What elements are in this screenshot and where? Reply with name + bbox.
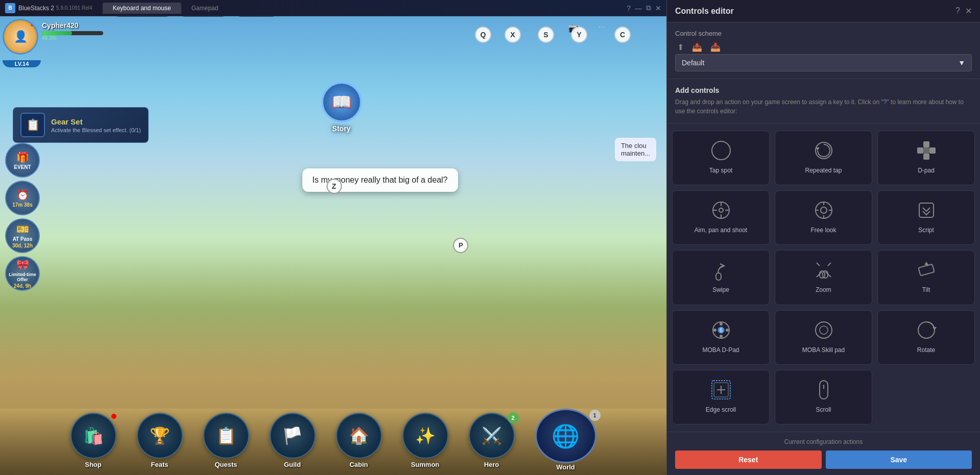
summon-icon: ✨ xyxy=(402,413,448,459)
gear-set-panel[interactable]: 📋 Gear Set Activate the Blessed set effe… xyxy=(13,107,149,143)
timer-icon: ⏰ xyxy=(16,189,29,201)
close-icon[interactable]: ✕ xyxy=(655,4,661,12)
player-avatar[interactable]: 👤 LV.14 xyxy=(3,19,41,67)
script-icon xyxy=(914,198,939,222)
avatar-notification-dot xyxy=(31,21,36,27)
dpad-icon xyxy=(914,138,939,163)
player-info: Cypher420 49.3% xyxy=(42,21,103,41)
control-rotate[interactable]: Rotate xyxy=(877,310,975,365)
moba-dpad-label: MOBA D-Pad xyxy=(702,346,739,355)
tab-gamepad[interactable]: Gamepad xyxy=(181,3,229,14)
edge-scroll-label: Edge scroll xyxy=(706,406,736,414)
panel-close-icon[interactable]: ✕ xyxy=(965,6,972,16)
health-bar-container xyxy=(42,31,103,35)
scheme-dropdown[interactable]: Default ▼ xyxy=(675,54,972,71)
bottom-buttons: Reset Save xyxy=(675,451,972,469)
atpass-timer: 30d, 12h xyxy=(12,243,33,248)
hero-label: Hero xyxy=(484,461,499,468)
cabin-label: Cabin xyxy=(349,461,368,468)
nav-cabin-button[interactable]: 🏠 Cabin xyxy=(326,411,392,472)
event-icon: 🎁 xyxy=(16,151,29,163)
control-repeated-tap[interactable]: Repeated tap xyxy=(775,131,872,185)
dpad-label: D-pad xyxy=(918,167,935,175)
timer-label: 17m 38s xyxy=(12,202,32,208)
nav-world-button[interactable]: 1 🌐 World xyxy=(525,409,607,475)
control-script[interactable]: Script xyxy=(877,190,975,245)
rotate-icon xyxy=(914,318,939,342)
story-label: Story xyxy=(332,124,351,133)
swipe-icon xyxy=(709,258,733,282)
nav-quests-button[interactable]: 📋 Quests xyxy=(193,411,259,472)
current-config-label: Current configuration actions xyxy=(675,438,972,445)
control-moba-skill-pad[interactable]: MOBA Skill pad xyxy=(775,310,872,365)
svg-rect-20 xyxy=(918,264,934,276)
control-dpad[interactable]: D-pad xyxy=(877,131,975,185)
control-moba-dpad[interactable]: 6 MOBA D-Pad xyxy=(672,310,770,365)
controls-grid: Tap spot Repeated tap xyxy=(667,123,980,432)
avatar-circle: 👤 xyxy=(3,19,38,55)
key-badge-c: C xyxy=(614,27,631,43)
offer-icon: 🎀 xyxy=(16,259,29,271)
svg-rect-36 xyxy=(820,381,828,399)
panel-help-icon[interactable]: ? xyxy=(955,6,960,16)
avatar-level: LV.14 xyxy=(3,60,41,67)
zoom-label: Zoom xyxy=(816,286,831,294)
key-badge-z: Z xyxy=(326,179,342,194)
nav-guild-button[interactable]: 🏳️ Guild xyxy=(259,411,326,472)
panel-header-icons: ? ✕ xyxy=(955,6,972,16)
story-icon[interactable]: 📖 Story xyxy=(321,82,362,133)
feats-label: Feats xyxy=(151,461,169,468)
control-scroll[interactable]: Scroll xyxy=(775,370,872,424)
app-name: BlueStacks 2 xyxy=(18,5,54,12)
control-free-look[interactable]: Free look xyxy=(775,190,872,245)
scroll-label: Scroll xyxy=(816,406,831,414)
bluestacks-logo: B xyxy=(5,3,15,13)
moba-skill-pad-label: MOBA Skill pad xyxy=(802,346,845,355)
nav-shop-button[interactable]: 🛍️ Shop xyxy=(60,411,127,472)
rotate-label: Rotate xyxy=(917,346,935,355)
save-button[interactable]: Save xyxy=(826,451,972,469)
game-area: B BlueStacks 2 5.9.0.1091 Rel4 Keyboard … xyxy=(0,0,666,475)
scheme-import-icon[interactable]: 📥 xyxy=(708,40,723,54)
add-controls-title: Add controls xyxy=(675,86,972,94)
sidebar-offer-button[interactable]: 🎀 Limited-time Offer 24d, 9h xyxy=(5,256,40,291)
tab-keyboard-mouse[interactable]: Keyboard and mouse xyxy=(103,3,181,14)
control-edge-scroll[interactable]: Edge scroll xyxy=(672,370,770,424)
scheme-upload-icon[interactable]: ⬆ xyxy=(675,40,686,54)
control-zoom[interactable]: Zoom xyxy=(775,250,872,305)
nav-hero-button[interactable]: 2 ⚔️ Hero xyxy=(459,411,525,472)
scheme-label: Control scheme xyxy=(675,30,972,37)
nav-feats-button[interactable]: 🏆 Feats xyxy=(127,411,193,472)
scheme-export-icon[interactable]: 📤 xyxy=(690,40,704,54)
control-swipe[interactable]: Swipe xyxy=(672,250,770,305)
svg-rect-5 xyxy=(917,147,923,154)
offer-timer: 24d, 9h xyxy=(14,283,31,289)
reset-button[interactable]: Reset xyxy=(675,451,822,469)
add-controls-section: Add controls Drag and drop an action on … xyxy=(667,79,980,123)
svg-marker-22 xyxy=(924,262,928,265)
player-name: Cypher420 xyxy=(42,21,103,30)
maximize-icon[interactable]: ⧉ xyxy=(646,4,651,12)
gear-icon: 📋 xyxy=(20,113,45,137)
control-aim-pan-shoot[interactable]: Aim, pan and shoot xyxy=(672,190,770,245)
key-badge-p: P xyxy=(453,238,468,253)
svg-point-15 xyxy=(821,207,827,213)
minimize-icon[interactable]: — xyxy=(635,4,642,12)
sidebar-event-button[interactable]: 🎁 EVENT xyxy=(5,143,40,178)
guild-label: Guild xyxy=(284,461,301,468)
gear-set-title: Gear Set xyxy=(51,117,141,126)
moba-skill-pad-icon xyxy=(811,318,836,342)
chevron-down-icon: ▼ xyxy=(958,59,965,67)
help-link[interactable]: ? xyxy=(883,98,887,106)
sidebar-atpass-button[interactable]: 🎫 AT Pass 30d, 12h xyxy=(5,218,40,253)
svg-rect-6 xyxy=(929,147,936,154)
nav-summon-button[interactable]: ✨ Summon xyxy=(392,411,459,472)
scheme-value: Default xyxy=(682,59,704,67)
sidebar-timer-button[interactable]: ⏰ 17m 38s xyxy=(5,181,40,215)
key-badge-y: Y xyxy=(571,27,587,43)
more-options[interactable]: ··· xyxy=(599,22,605,32)
control-tap-spot[interactable]: Tap spot xyxy=(672,131,770,185)
help-icon[interactable]: ? xyxy=(627,4,631,12)
control-tilt[interactable]: Tilt xyxy=(877,250,975,305)
health-percentage: 49.3% xyxy=(42,35,103,41)
